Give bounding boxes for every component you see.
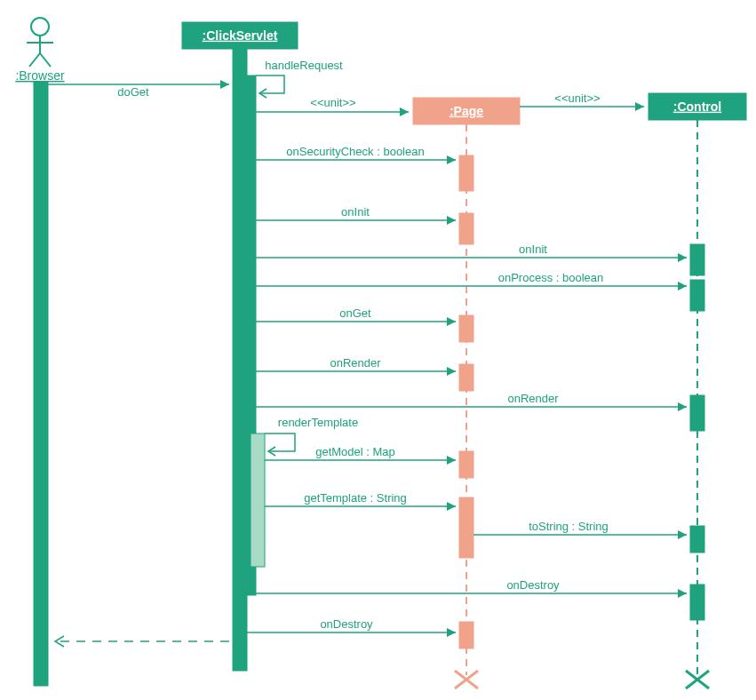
browser-activation	[34, 82, 48, 686]
clickservlet-rendertemplate-activation	[251, 434, 265, 567]
svg-marker-14	[678, 282, 687, 290]
msg-security: onSecurityCheck : boolean	[286, 145, 424, 158]
lifeline-control: :Control	[649, 93, 746, 120]
msg-rendertemplate: renderTemplate	[278, 416, 358, 429]
svg-marker-19	[447, 502, 456, 511]
lifeline-page: :Page	[413, 98, 520, 124]
svg-marker-22	[447, 628, 456, 637]
clickservlet-label: :ClickServlet	[203, 28, 278, 43]
page-activation-ondestroy	[459, 622, 473, 648]
control-activation-onrender	[690, 395, 704, 431]
svg-marker-12	[447, 216, 456, 225]
svg-marker-16	[447, 367, 456, 376]
msg-handlerequest: handleRequest	[265, 59, 343, 72]
msg-onrender2: onRender	[507, 392, 559, 405]
control-activation-onprocess	[690, 280, 704, 311]
msg-onrender1: onRender	[330, 356, 381, 370]
control-label: :Control	[673, 99, 721, 114]
msg-oninit2: onInit	[519, 243, 547, 256]
msg-getmodel: getModel : Map	[315, 445, 395, 458]
svg-line-4	[40, 53, 51, 67]
svg-marker-10	[635, 102, 644, 111]
page-activation-security	[459, 155, 473, 191]
svg-point-0	[31, 18, 49, 36]
msg-unit2: <<unit>>	[554, 91, 600, 105]
actor-browser: :Browser	[15, 18, 65, 83]
msg-handlerequest-line	[256, 76, 284, 93]
svg-marker-8	[220, 80, 229, 89]
sequence-diagram: :Browser :ClickServlet :Page :Control do…	[0, 0, 756, 700]
msg-oninit1: onInit	[341, 205, 370, 219]
svg-marker-17	[678, 402, 687, 411]
msg-ondestroy2: onDestroy	[320, 617, 373, 631]
page-activation-gettemplate	[459, 497, 473, 558]
msg-onprocess: onProcess : boolean	[498, 271, 604, 284]
svg-marker-15	[447, 317, 456, 326]
page-activation-onget	[459, 315, 473, 342]
svg-marker-18	[447, 456, 456, 465]
msg-unit1: <<unit>>	[310, 96, 355, 109]
msg-tostring: toString : String	[529, 520, 609, 533]
msg-gettemplate: getTemplate : String	[304, 491, 407, 505]
lifeline-clickservlet: :ClickServlet	[182, 22, 298, 49]
browser-label: :Browser	[15, 68, 65, 83]
svg-marker-11	[447, 155, 456, 164]
svg-line-3	[29, 53, 40, 67]
control-activation-ondestroy	[690, 585, 704, 620]
msg-doget: doGet	[117, 85, 149, 99]
control-activation-tostring	[690, 526, 704, 553]
svg-marker-20	[678, 530, 687, 539]
msg-onget: onGet	[339, 306, 371, 320]
msg-ondestroy1: onDestroy	[506, 578, 560, 592]
control-activation-oninit	[690, 244, 704, 275]
svg-marker-21	[678, 589, 687, 598]
svg-marker-9	[400, 107, 409, 116]
page-activation-getmodel	[459, 451, 473, 478]
page-activation-oninit	[459, 213, 473, 244]
msg-rendertemplate-line	[265, 434, 295, 451]
page-activation-onrender	[459, 364, 473, 391]
svg-marker-13	[678, 253, 687, 262]
page-label: :Page	[450, 104, 483, 118]
